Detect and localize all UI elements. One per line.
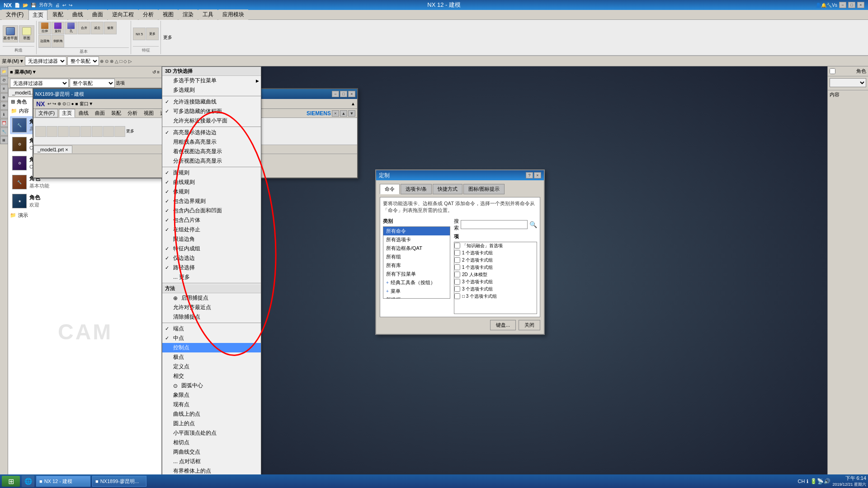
- sidebar-icon-layers[interactable]: ≡: [0, 84, 8, 93]
- menu-item-quadrant[interactable]: 象限点: [162, 390, 261, 400]
- nx-win2-tab-file[interactable]: 文件(F): [35, 109, 58, 117]
- nx-win2-more[interactable]: 更多: [126, 128, 134, 134]
- category-all-libs[interactable]: 所有库: [383, 261, 450, 270]
- dialog-tab-icons[interactable]: 图标/图标提示: [463, 184, 505, 194]
- menu-item-existing-point[interactable]: 现有点: [162, 400, 261, 409]
- nx-win2-expand[interactable]: ▲: [351, 101, 355, 106]
- menu-item-path-select[interactable]: 路径选择: [162, 263, 261, 272]
- menu-item-endpoint[interactable]: 端点: [162, 324, 261, 333]
- category-all-groups[interactable]: 所有组: [383, 253, 450, 261]
- maximize-button[interactable]: □: [848, 2, 855, 8]
- selection-filter-dropdown[interactable]: 无选择过滤器: [25, 56, 66, 66]
- menu-item-include-boss[interactable]: 包含内凸台面和凹面: [162, 206, 261, 216]
- icon-edge[interactable]: 边圆角: [38, 35, 51, 47]
- nx-win2-model-tab[interactable]: _model1.prt ×: [33, 145, 72, 153]
- item-2tab-checkbox[interactable]: [454, 257, 460, 263]
- panel-assembly-select[interactable]: 整个装配: [70, 79, 115, 88]
- category-all-dropdowns[interactable]: 所有下拉菜单: [383, 270, 450, 278]
- menu-item-arc-center[interactable]: ⊙圆弧中心: [162, 381, 261, 390]
- sidebar-icon-display[interactable]: 👁: [0, 102, 8, 110]
- icon-base-plane[interactable]: 基准平面: [3, 25, 18, 42]
- title-bar-icon-print[interactable]: 🖨: [55, 3, 60, 8]
- nx-win2-btn-3[interactable]: [58, 126, 69, 137]
- menu-item-limit-corner[interactable]: 限追边角: [162, 235, 261, 244]
- nx-win2-btn-7[interactable]: [103, 126, 114, 137]
- sidebar-icon-clock[interactable]: ⏰: [0, 119, 8, 127]
- sidebar-icon-snap[interactable]: ⊕: [0, 93, 8, 101]
- minimize-button[interactable]: −: [839, 2, 846, 8]
- taskbar-item-nx1899[interactable]: ■ NX1899-廖昆明...: [92, 476, 146, 487]
- tab-analysis[interactable]: 分析: [139, 9, 158, 20]
- taskbar-start-button[interactable]: ⊞: [2, 476, 20, 487]
- dialog-close-footer-button[interactable]: 关闭: [519, 320, 540, 330]
- menu-item-define-point[interactable]: 定义点: [162, 362, 261, 371]
- nx-win2-tab-analysis[interactable]: 分析: [125, 109, 140, 117]
- menu-item-midpoint[interactable]: 中点: [162, 333, 261, 343]
- menu-item-point-dialog[interactable]: ... 点对话框: [162, 457, 261, 466]
- category-all-commands[interactable]: 所有命令: [383, 227, 450, 235]
- tab-curve[interactable]: 曲线: [68, 9, 87, 20]
- icon-more-feature[interactable]: 更多: [146, 28, 159, 40]
- search-button[interactable]: 🔍: [529, 221, 537, 228]
- item-3tab3-checkbox[interactable]: [454, 293, 460, 299]
- icon-merge[interactable]: 合并: [78, 22, 90, 34]
- menu-item-allow-align-nearest[interactable]: 允许对齐最近点: [162, 303, 261, 312]
- menu-item-group-feature[interactable]: 特征内成组: [162, 244, 261, 253]
- menu-item-multiselect-rule[interactable]: 多选规则: [162, 85, 261, 95]
- dialog-close-button[interactable]: ×: [534, 172, 541, 178]
- nx-win2-tab-assem[interactable]: 装配: [108, 109, 124, 117]
- title-bar-icon-redo[interactable]: ↪: [69, 3, 72, 8]
- menu-item-shaded-highlight[interactable]: 着色视图边高亮显示: [162, 147, 261, 156]
- tab-render[interactable]: 渲染: [179, 9, 198, 20]
- icon-rotate[interactable]: 旋转: [52, 22, 64, 34]
- menu-item-two-curve-intersect[interactable]: 两曲线交点: [162, 447, 261, 457]
- nx-win2-btn-1[interactable]: [35, 126, 46, 137]
- menu-item-edge-only[interactable]: 仅边选边: [162, 253, 261, 263]
- item-1tab-checkbox[interactable]: [454, 250, 460, 256]
- title-bar-icon-new[interactable]: 📄: [14, 3, 20, 8]
- sidebar-icon-tool[interactable]: 🔧: [0, 127, 8, 136]
- menu-item-clear-snap[interactable]: 清除捕捉点: [162, 312, 261, 322]
- menu-item-intersect[interactable]: 相交: [162, 371, 261, 381]
- tab-reverse[interactable]: 逆向工程: [108, 9, 138, 20]
- nx-win2-btn-5[interactable]: [80, 126, 91, 137]
- category-new-items[interactable]: 新建项: [383, 296, 450, 299]
- taskbar-item-nx12[interactable]: ■ NX 12 - 建模: [36, 476, 90, 487]
- nx-win2-close[interactable]: ×: [348, 91, 355, 97]
- tab-assembly[interactable]: 装配: [48, 9, 67, 20]
- dialog-tab-command[interactable]: 命令: [380, 184, 400, 194]
- nx-win2-tab-view[interactable]: 视图: [141, 109, 156, 117]
- category-classic-toolbar[interactable]: +经典工具条（按组）: [383, 278, 450, 287]
- role-item-welcome[interactable]: ★ 角色 欢迎: [10, 192, 160, 210]
- nx-win2-search-expand[interactable]: ▲: [340, 110, 347, 117]
- ribbon-more[interactable]: 更多: [161, 21, 175, 54]
- nx-win2-minimize[interactable]: −: [332, 91, 339, 97]
- dialog-keyboard-button[interactable]: 键盘...: [490, 320, 516, 330]
- menu-item-multiselect-gesture[interactable]: 多选手势下拉菜单: [162, 76, 261, 85]
- tab-tools[interactable]: 工具: [198, 9, 217, 20]
- menu-item-curve-rule[interactable]: 曲线规则: [162, 178, 261, 187]
- tab-apps[interactable]: 应用模块: [218, 9, 248, 20]
- menu-item-analysis-highlight[interactable]: 分析视图边高亮显示: [162, 156, 261, 166]
- expand-menu-icon[interactable]: +: [386, 289, 389, 294]
- panel-menu-icon[interactable]: ≡: [157, 70, 160, 75]
- icon-chamfer[interactable]: 倒斜角: [52, 35, 64, 47]
- close-button[interactable]: ×: [857, 2, 864, 8]
- nx-win2-btn-4[interactable]: [69, 126, 80, 137]
- menu-item-tangent[interactable]: 相切点: [162, 438, 261, 447]
- taskbar-info-icon[interactable]: ℹ: [807, 479, 808, 484]
- item-kf-checkbox[interactable]: [454, 243, 460, 249]
- tab-file[interactable]: 文件(F): [2, 9, 28, 20]
- nx-win2-tab-curve[interactable]: 曲线: [76, 109, 91, 117]
- nx-win2-window-menu[interactable]: 窗口▼: [80, 101, 93, 107]
- menu-item-face-rule[interactable]: 面规则: [162, 168, 261, 178]
- item-3tab2-checkbox[interactable]: [454, 286, 460, 292]
- menu-item-control-point[interactable]: 控制点: [162, 343, 261, 352]
- role-select[interactable]: [830, 78, 866, 87]
- menu-item-allow-nearest-plane[interactable]: 允许光标近接最小平面: [162, 116, 261, 126]
- expand-classic-icon[interactable]: +: [386, 280, 389, 285]
- icon-extrude[interactable]: 拉伸: [38, 22, 51, 34]
- icon-modify[interactable]: 修剪: [104, 22, 117, 34]
- nx-win2-btn-8[interactable]: [114, 126, 125, 137]
- menu-item-on-curve[interactable]: 曲线上的点: [162, 409, 261, 419]
